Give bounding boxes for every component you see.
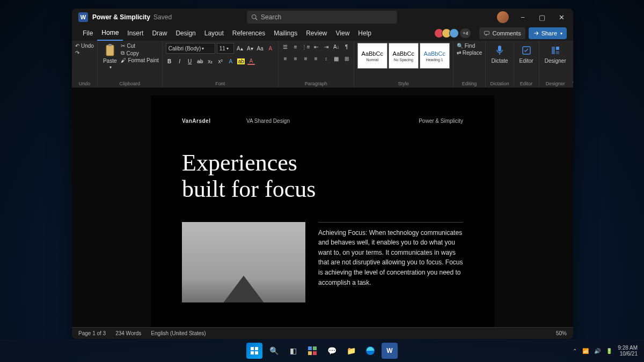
style-no-spacing[interactable]: AaBbCcNo Spacing [389,43,419,69]
subscript-button[interactable]: x₂ [207,58,214,64]
document-page[interactable]: VanArsdel VA Shared Design Power & Simpl… [151,95,494,327]
copy-button[interactable]: ⧉ Copy [121,50,158,56]
search-input[interactable]: Search [247,11,397,24]
strike-button[interactable]: ab [196,58,204,64]
tray-time: 9:28 AM [618,345,638,351]
close-button[interactable]: ✕ [552,9,571,26]
editor-button[interactable]: Editor [517,43,536,65]
redo-button[interactable]: ↷ [75,50,94,56]
tab-home[interactable]: Home [97,26,123,41]
bullet-list-button[interactable]: ☰ [282,43,289,50]
group-label: Designer [543,80,568,86]
font-size-select[interactable]: 11▾ [217,43,234,54]
taskbar-explorer-button[interactable]: 📁 [343,343,359,359]
sort-button[interactable]: A↓ [333,43,340,50]
status-page[interactable]: Page 1 of 3 [78,330,106,336]
taskbar-word-button[interactable]: W [382,343,398,359]
style-normal[interactable]: AaBbCcNormal [357,43,387,69]
tab-layout[interactable]: Layout [200,26,228,41]
svg-rect-12 [251,351,254,354]
change-case-button[interactable]: Aa [256,44,265,53]
group-undo: ↶ Undo ↷ Undo [72,41,98,87]
taskbar-search-button[interactable]: 🔍 [266,343,282,359]
group-label: Paragraph [282,80,350,86]
status-language[interactable]: English (United States) [151,330,206,336]
svg-rect-5 [498,46,501,51]
document-area[interactable]: VanArsdel VA Shared Design Power & Simpl… [72,88,573,327]
maximize-button[interactable]: ▢ [532,9,552,26]
find-button[interactable]: 🔍 Find [457,43,482,49]
tab-review[interactable]: Review [302,26,331,41]
start-button[interactable] [246,343,262,359]
word-app-icon: W [78,12,88,22]
tab-references[interactable]: References [228,26,269,41]
svg-rect-9 [556,51,559,54]
increase-indent-button[interactable]: ⇥ [323,43,330,50]
presence-avatars[interactable]: +4 [436,28,471,38]
paste-button[interactable]: Paste▾ [101,43,119,71]
decrease-font-button[interactable]: A▾ [246,44,254,53]
font-name-select[interactable]: Calibri (Body)▾ [166,43,215,54]
tab-view[interactable]: View [332,26,354,41]
justify-button[interactable]: ≡ [312,55,320,62]
format-painter-button[interactable]: 🖌 Format Paint [121,57,158,63]
increase-font-button[interactable]: A▴ [236,44,244,53]
minimize-button[interactable]: − [513,9,532,26]
header-right: Power & Simplicity [419,118,463,124]
taskbar-taskview-button[interactable]: ◧ [285,343,301,359]
align-right-button[interactable]: ≡ [302,55,310,62]
clipboard-icon [104,44,116,57]
volume-icon[interactable]: 🔊 [594,348,601,354]
font-color-button[interactable]: A [247,58,255,65]
dictate-button[interactable]: Dictate [489,43,510,65]
header-mid: VA Shared Design [246,118,419,124]
taskbar-edge-button[interactable] [362,343,378,359]
tray-overflow-button[interactable]: ⌃ [573,348,577,354]
tab-design[interactable]: Design [171,26,200,41]
highlight-button[interactable]: ab [237,58,245,64]
group-label: Editing [457,80,482,86]
svg-rect-15 [313,346,317,350]
tab-insert[interactable]: Insert [123,26,148,41]
text-effects-button[interactable]: A [227,58,235,64]
designer-button[interactable]: Designer [543,43,568,65]
multilevel-list-button[interactable]: ⋮≡ [302,43,310,50]
tab-help[interactable]: Help [354,26,376,41]
align-center-button[interactable]: ≡ [292,55,299,62]
bold-button[interactable]: B [166,58,173,64]
tab-mailings[interactable]: Mailings [269,26,302,41]
editor-icon [522,46,531,55]
align-left-button[interactable]: ≡ [282,55,289,62]
style-heading-1[interactable]: AaBbCcHeading 1 [420,43,450,69]
share-button[interactable]: Share▾ [529,27,567,39]
tab-draw[interactable]: Draw [148,26,171,41]
mic-icon [495,45,504,56]
show-marks-button[interactable]: ¶ [343,43,350,50]
cut-button[interactable]: ✂ Cut [121,43,158,49]
underline-button[interactable]: U [186,58,194,64]
taskbar-widgets-button[interactable] [304,343,320,359]
battery-icon[interactable]: 🔋 [606,348,612,354]
shading-button[interactable]: ▦ [333,55,340,62]
line-spacing-button[interactable]: ↕ [323,55,330,62]
tab-file[interactable]: File [78,26,97,41]
status-words[interactable]: 234 Words [115,330,141,336]
comments-button[interactable]: Comments [479,27,525,39]
clear-format-button[interactable]: A [266,44,275,53]
italic-button[interactable]: I [176,58,184,64]
svg-rect-16 [308,351,312,355]
decrease-indent-button[interactable]: ⇤ [312,43,320,50]
clock[interactable]: 9:28 AM 10/6/21 [618,345,638,357]
wifi-icon[interactable]: 📶 [582,348,589,354]
undo-button[interactable]: ↶ Undo [75,43,94,49]
taskbar-chat-button[interactable]: 💬 [324,343,340,359]
taskbar: 🔍 ◧ 💬 📁 W ⌃ 📶 🔊 🔋 9:28 AM 10/6/21 [0,339,644,362]
borders-button[interactable]: ⊞ [343,55,350,62]
group-paragraph: ☰ ≡ ⋮≡ ⇤ ⇥ A↓ ¶ ≡ ≡ ≡ ≡ ↕ ▦ ⊞ [279,41,354,87]
collapse-ribbon-button[interactable]: ⌄ [572,41,573,87]
replace-button[interactable]: ⇄ Replace [457,50,482,56]
status-zoom[interactable]: 50% [556,330,567,336]
number-list-button[interactable]: ≡ [292,43,299,50]
user-avatar[interactable] [497,11,509,23]
superscript-button[interactable]: x² [217,58,224,64]
